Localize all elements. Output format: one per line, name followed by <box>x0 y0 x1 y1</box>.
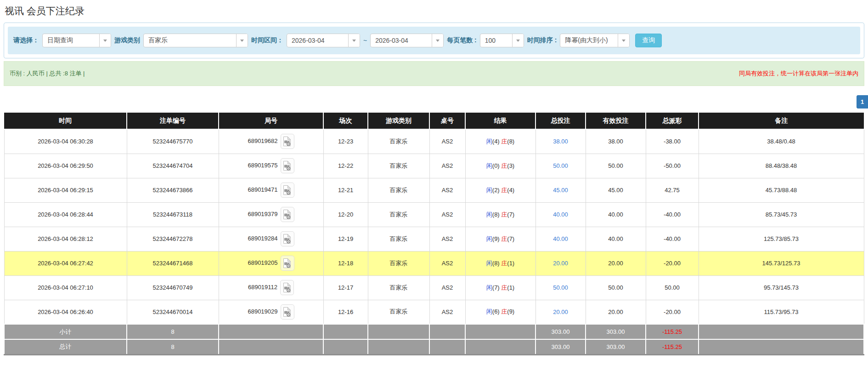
cell-result: 闲(2) 庄(4) <box>465 178 535 202</box>
result-banker-label: 庄 <box>501 138 507 145</box>
cell-result: 闲(7) 庄(1) <box>465 275 535 300</box>
video-replay-icon <box>282 136 292 147</box>
total-empty-cell <box>429 339 465 354</box>
cell-game-type: 百家乐 <box>368 275 429 300</box>
total-bet-link[interactable]: 45.00 <box>553 187 568 194</box>
replay-button[interactable] <box>281 207 294 222</box>
bet-row: 2026-03-04 06:28:44523244673118689019379… <box>4 202 864 227</box>
cell-payout: -20.00 <box>646 251 699 275</box>
pagination-page-1-button[interactable]: 1 <box>857 95 868 109</box>
cell-remark: 95.73/145.73 <box>699 275 864 300</box>
result-player-num: (9) <box>492 235 500 242</box>
video-replay-icon <box>282 307 292 317</box>
replay-button[interactable] <box>281 256 294 271</box>
cell-valid-bet: 50.00 <box>586 275 646 300</box>
replay-button[interactable] <box>280 280 294 295</box>
result-player-num: (8) <box>492 260 500 267</box>
cell-round-id: 689019112 <box>219 275 323 300</box>
total-label: 总计 <box>4 339 127 354</box>
round-id-text: 689019112 <box>248 284 277 291</box>
total-count: 8 <box>127 324 219 339</box>
result-player-label: 闲 <box>486 211 492 218</box>
cell-game-type: 百家乐 <box>368 202 429 227</box>
sort-order-value: 降幂(由大到小) <box>560 34 618 47</box>
total-bet-link[interactable]: 40.00 <box>553 235 568 242</box>
round-id-text: 689019205 <box>248 259 277 266</box>
total-bet-link[interactable]: 50.00 <box>553 284 568 291</box>
chevron-down-icon <box>240 40 244 42</box>
table-footer: 小计8303.00303.00-115.25总计8303.00303.00-11… <box>4 324 864 354</box>
cell-time: 2026-03-04 06:27:10 <box>4 275 127 300</box>
result-player-num: (7) <box>492 284 500 291</box>
cell-total-bet: 50.00 <box>535 154 586 178</box>
cell-round-id: 689019575 <box>219 154 323 178</box>
result-player-num: (4) <box>492 138 500 145</box>
cell-payout: 42.75 <box>646 178 699 202</box>
pagination: 1 <box>0 95 868 109</box>
date-to-dropdown-button[interactable] <box>432 34 443 47</box>
replay-button[interactable] <box>281 304 294 320</box>
round-id-text: 689019682 <box>248 137 277 144</box>
total-bet-link[interactable]: 38.00 <box>553 138 568 145</box>
page-size-dropdown-button[interactable] <box>512 34 524 47</box>
cell-valid-bet: 20.00 <box>586 300 646 324</box>
cell-payout: -40.00 <box>646 227 699 251</box>
cell-time: 2026-03-04 06:28:44 <box>4 202 127 227</box>
result-banker-num: (3) <box>507 162 514 169</box>
column-header-2: 局号 <box>219 113 323 129</box>
result-banker-num: (4) <box>507 187 514 194</box>
cell-payout: -38.00 <box>646 129 699 154</box>
cell-session: 12-17 <box>323 275 368 300</box>
game-type-select[interactable]: 百家乐 <box>143 34 248 47</box>
result-banker-num: (1) <box>507 284 514 291</box>
chevron-down-icon <box>436 40 440 42</box>
cell-session: 12-20 <box>323 202 368 227</box>
query-type-dropdown-button[interactable] <box>99 34 111 47</box>
game-type-dropdown-button[interactable] <box>236 34 248 47</box>
query-type-select[interactable]: 日期查询 <box>42 34 111 47</box>
cell-session: 12-22 <box>323 154 368 178</box>
total-bet-link[interactable]: 20.00 <box>553 260 568 267</box>
date-from-dropdown-button[interactable] <box>348 34 360 47</box>
cell-game-type: 百家乐 <box>368 129 429 154</box>
replay-button[interactable] <box>281 183 294 198</box>
page-size-select[interactable]: 100 <box>480 34 524 47</box>
cell-round-id: 689019682 <box>219 129 323 154</box>
total-bet-link[interactable]: 50.00 <box>553 162 568 169</box>
round-id-text: 689019575 <box>248 162 277 169</box>
replay-button[interactable] <box>281 158 294 173</box>
cell-time: 2026-03-04 06:28:12 <box>4 227 127 251</box>
sort-order-select[interactable]: 降幂(由大到小) <box>560 34 630 47</box>
date-range-tilde: ~ <box>363 37 367 44</box>
replay-button[interactable] <box>281 231 294 246</box>
result-banker-num: (7) <box>507 211 514 218</box>
cell-result: 闲(8) 庄(1) <box>465 251 535 275</box>
date-to-input[interactable]: 2026-03-04 <box>370 34 444 47</box>
result-banker-label: 庄 <box>501 235 507 242</box>
column-header-5: 桌号 <box>429 113 465 129</box>
bet-row: 2026-03-04 06:26:40523244670014689019029… <box>4 300 864 324</box>
search-button[interactable]: 查询 <box>635 34 662 47</box>
sort-order-dropdown-button[interactable] <box>618 34 629 47</box>
total-bet-link[interactable]: 20.00 <box>553 308 568 315</box>
column-header-8: 有效投注 <box>586 113 646 129</box>
cell-remark: 125.73/85.73 <box>699 227 864 251</box>
cell-time: 2026-03-04 06:30:28 <box>4 129 127 154</box>
round-id-text: 689019284 <box>248 235 277 242</box>
date-from-input[interactable]: 2026-03-04 <box>287 34 360 47</box>
total-empty-cell <box>429 324 465 339</box>
cell-session: 12-23 <box>323 129 368 154</box>
replay-button[interactable] <box>281 134 294 149</box>
cell-bet-id: 523244672278 <box>127 227 219 251</box>
result-banker-num: (8) <box>507 138 514 145</box>
cell-bet-id: 523244670014 <box>127 300 219 324</box>
total-payout-sum: -115.25 <box>646 324 699 339</box>
total-payout-sum: -115.25 <box>646 339 699 354</box>
total-empty-cell <box>323 324 368 339</box>
total-row: 小计8303.00303.00-115.25 <box>4 324 864 339</box>
cell-game-type: 百家乐 <box>368 178 429 202</box>
cell-result: 闲(9) 庄(7) <box>465 227 535 251</box>
total-bet-link[interactable]: 40.00 <box>553 211 568 218</box>
result-player-label: 闲 <box>486 162 492 169</box>
cell-session: 12-21 <box>323 178 368 202</box>
